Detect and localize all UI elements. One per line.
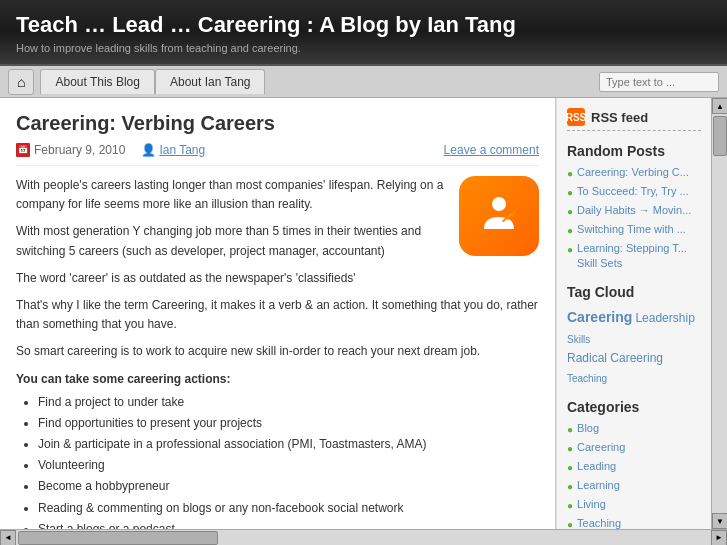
list-item[interactable]: ●Careering: Verbing C... <box>567 165 701 181</box>
bullet-icon: ● <box>567 167 573 181</box>
scroll-left-button[interactable]: ◄ <box>0 530 16 546</box>
list-item: Find a project to under take <box>38 393 539 412</box>
site-title: Teach … Lead … Careering : A Blog by Ian… <box>16 12 711 38</box>
svg-point-0 <box>492 197 506 211</box>
calendar-icon: 📅 <box>16 143 30 157</box>
bullet-icon: ● <box>567 186 573 200</box>
rss-label[interactable]: RSS feed <box>591 110 648 125</box>
categories-heading: Categories <box>567 399 701 415</box>
article-image <box>459 176 539 256</box>
list-item[interactable]: ●Living <box>567 497 701 513</box>
bullet-icon: ● <box>567 205 573 219</box>
scroll-track[interactable] <box>712 114 727 513</box>
actions-list: Find a project to under take Find opport… <box>38 393 539 529</box>
scroll-up-button[interactable]: ▲ <box>712 98 727 114</box>
list-item[interactable]: ●Switching Time with ... <box>567 222 701 238</box>
h-scroll-track[interactable] <box>16 530 711 546</box>
rss-section: RSS RSS feed <box>567 108 701 131</box>
home-button[interactable]: ⌂ <box>8 69 34 95</box>
list-item[interactable]: ●Blog <box>567 421 701 437</box>
bullet-icon: ● <box>567 423 573 437</box>
article-author: 👤 Ian Tang <box>141 143 205 157</box>
list-item[interactable]: ●Learning: Stepping T... Skill Sets <box>567 241 701 272</box>
list-item[interactable]: ●Learning <box>567 478 701 494</box>
horizontal-scrollbar: ◄ ► <box>0 529 727 545</box>
list-item[interactable]: ●Leading <box>567 459 701 475</box>
author-icon: 👤 <box>141 143 155 157</box>
rss-header: RSS RSS feed <box>567 108 701 131</box>
author-link[interactable]: Ian Tang <box>159 143 205 157</box>
article-content: Careering: Verbing Careers 📅 February 9,… <box>0 98 556 529</box>
list-item[interactable]: ●To Succeed: Try, Try ... <box>567 184 701 200</box>
list-item: Find opportunities to present your proje… <box>38 414 539 433</box>
bullet-icon: ● <box>567 518 573 529</box>
navigation-bar: ⌂ About This Blog About Ian Tang <box>0 66 727 98</box>
article-meta: 📅 February 9, 2010 👤 Ian Tang Leave a co… <box>16 143 539 166</box>
main-layout: Careering: Verbing Careers 📅 February 9,… <box>0 98 727 529</box>
bullet-icon: ● <box>567 224 573 238</box>
bullet-icon: ● <box>567 442 573 456</box>
tab-about-ian[interactable]: About Ian Tang <box>155 69 266 94</box>
nav-left: ⌂ About This Blog About Ian Tang <box>8 69 265 95</box>
svg-rect-2 <box>506 211 516 221</box>
bullet-icon: ● <box>567 480 573 494</box>
random-posts-heading: Random Posts <box>567 143 701 159</box>
tag-cloud-section: Tag Cloud Careering Leadership Skills Ra… <box>567 284 701 388</box>
vertical-scrollbar: ▲ ▼ <box>711 98 727 529</box>
rss-icon: RSS <box>567 108 585 126</box>
para-4: That's why I like the term Careering, it… <box>16 296 539 334</box>
site-subtitle: How to improve leading skills from teach… <box>16 42 711 54</box>
bullet-icon: ● <box>567 243 573 257</box>
h-scroll-thumb[interactable] <box>18 531 218 545</box>
list-item[interactable]: ●Daily Habits → Movin... <box>567 203 701 219</box>
tag-radical[interactable]: Radical Careering <box>567 351 663 365</box>
random-posts-section: Random Posts ●Careering: Verbing C... ●T… <box>567 143 701 272</box>
site-header: Teach … Lead … Careering : A Blog by Ian… <box>0 0 727 66</box>
random-posts-list: ●Careering: Verbing C... ●To Succeed: Tr… <box>567 165 701 272</box>
list-item: Reading & commenting on blogs or any non… <box>38 499 539 518</box>
article-body: With people's careers lasting longer tha… <box>16 176 539 529</box>
para-5: So smart careering is to work to acquire… <box>16 342 539 361</box>
list-item[interactable]: ●Teaching <box>567 516 701 529</box>
list-item: Become a hobbypreneur <box>38 477 539 496</box>
para-3: The word 'career' is as outdated as the … <box>16 269 539 288</box>
tag-careering[interactable]: Careering <box>567 309 632 325</box>
tag-cloud: Careering Leadership Skills Radical Care… <box>567 306 701 388</box>
tab-about-blog[interactable]: About This Blog <box>40 69 155 94</box>
tag-teaching[interactable]: Teaching <box>567 373 607 384</box>
categories-section: Categories ●Blog ●Careering ●Leading ●Le… <box>567 399 701 529</box>
tag-skills[interactable]: Skills <box>567 334 590 345</box>
bullet-icon: ● <box>567 461 573 475</box>
tag-leadership[interactable]: Leadership <box>635 311 694 325</box>
article-date: 📅 February 9, 2010 <box>16 143 125 157</box>
list-item[interactable]: ●Careering <box>567 440 701 456</box>
scroll-down-button[interactable]: ▼ <box>712 513 727 529</box>
tag-cloud-heading: Tag Cloud <box>567 284 701 300</box>
actions-heading: You can take some careering actions: <box>16 370 539 389</box>
search-input[interactable] <box>599 72 719 92</box>
list-item: Start a blogs or a podcast <box>38 520 539 529</box>
categories-list: ●Blog ●Careering ●Leading ●Learning ●Liv… <box>567 421 701 529</box>
scroll-thumb[interactable] <box>713 116 727 156</box>
sidebar: RSS RSS feed Random Posts ●Careering: Ve… <box>556 98 711 529</box>
comment-link[interactable]: Leave a comment <box>444 143 539 157</box>
list-item: Volunteering <box>38 456 539 475</box>
list-item: Join & participate in a professional ass… <box>38 435 539 454</box>
article-title: Careering: Verbing Careers <box>16 112 539 135</box>
scroll-right-button[interactable]: ► <box>711 530 727 546</box>
bullet-icon: ● <box>567 499 573 513</box>
